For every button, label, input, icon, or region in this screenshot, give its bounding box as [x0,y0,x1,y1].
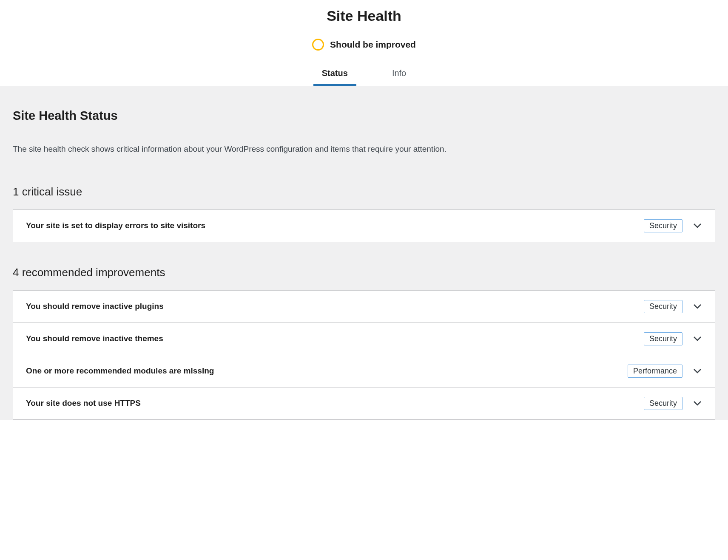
tabs: Status Info [0,62,728,86]
status-progress-icon [312,39,324,51]
accordion-item-title: Your site does not use HTTPS [26,399,141,408]
body-section: Site Health Status The site health check… [0,86,728,420]
accordion-item-title: Your site is set to display errors to si… [26,221,205,230]
critical-issues-list: Your site is set to display errors to si… [13,209,715,242]
tab-status[interactable]: Status [317,62,353,86]
badge-security: Security [644,219,682,232]
status-label: Should be improved [330,40,416,50]
accordion-item[interactable]: You should remove inactive themes Securi… [13,322,715,355]
badge-security: Security [644,332,682,345]
badge-performance: Performance [628,365,682,378]
chevron-down-icon [693,302,702,311]
page-title: Site Health [0,8,728,24]
accordion-item[interactable]: One or more recommended modules are miss… [13,355,715,387]
section-title: Site Health Status [13,109,715,123]
chevron-down-icon [693,399,702,408]
tab-info[interactable]: Info [387,62,411,86]
accordion-item-meta: Performance [628,365,702,378]
section-description: The site health check shows critical inf… [13,143,715,156]
chevron-down-icon [693,221,702,230]
badge-security: Security [644,397,682,410]
accordion-item-title: You should remove inactive themes [26,334,163,343]
accordion-item[interactable]: Your site does not use HTTPS Security [13,387,715,420]
accordion-item-title: One or more recommended modules are miss… [26,366,214,376]
accordion-item-title: You should remove inactive plugins [26,302,164,311]
accordion-item-meta: Security [644,219,702,232]
accordion-item[interactable]: You should remove inactive plugins Secur… [13,290,715,322]
chevron-down-icon [693,334,702,343]
recommended-improvements-heading: 4 recommended improvements [13,266,715,279]
accordion-item-meta: Security [644,332,702,345]
status-summary: Should be improved [312,39,416,51]
accordion-item[interactable]: Your site is set to display errors to si… [13,209,715,242]
recommended-improvements-list: You should remove inactive plugins Secur… [13,290,715,420]
accordion-item-meta: Security [644,300,702,313]
header-section: Site Health Should be improved Status In… [0,0,728,86]
badge-security: Security [644,300,682,313]
accordion-item-meta: Security [644,397,702,410]
critical-issues-heading: 1 critical issue [13,185,715,198]
chevron-down-icon [693,366,702,376]
